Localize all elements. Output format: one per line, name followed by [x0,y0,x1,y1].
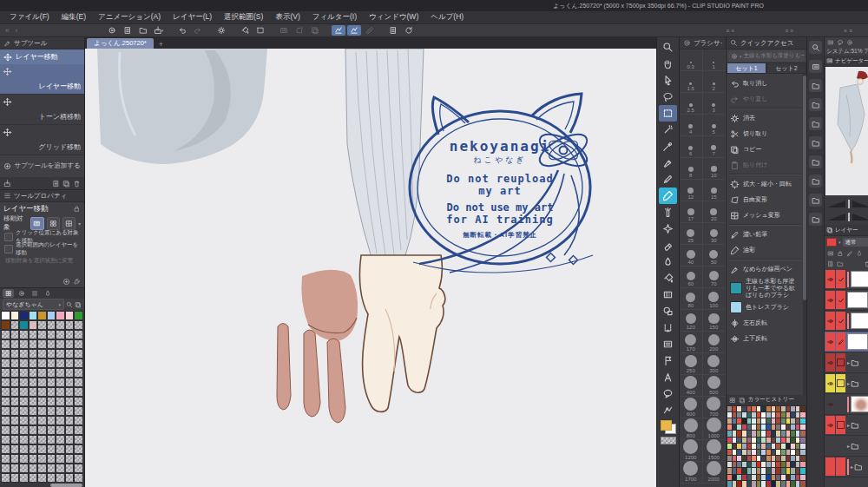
layer-visibility-toggle[interactable] [825,416,835,434]
color-swatch[interactable] [74,359,83,368]
color-swatch[interactable] [19,368,29,378]
new-subtool-icon[interactable] [52,180,60,188]
color-swatch[interactable] [10,339,20,349]
navigator-tab[interactable]: ナビゲーター [825,56,868,67]
quick-access-item[interactable]: コピー [728,141,802,157]
color-swatch[interactable] [47,359,56,368]
navigator-preview[interactable] [825,67,868,195]
color-swatch[interactable] [19,444,29,454]
color-swatch[interactable] [1,387,10,397]
quick-access-item[interactable]: 取り消し [728,76,802,91]
selection-area-tool[interactable] [659,105,677,122]
color-swatch[interactable] [1,339,10,349]
color-swatch[interactable] [10,320,20,330]
clip-layer-icon[interactable] [827,250,834,257]
color-swatch[interactable] [65,330,75,339]
history-color-swatch[interactable] [800,431,806,437]
tool-property-header[interactable]: ツールプロパティ [0,190,84,202]
pen-tool[interactable] [659,155,677,171]
add-setting-icon[interactable] [62,278,70,286]
layer-visibility-toggle[interactable] [825,332,835,351]
color-swatch[interactable] [29,320,38,330]
color-swatch[interactable] [19,416,29,425]
brush-size-option[interactable]: 70 [703,267,727,288]
layer-check-cell[interactable] [836,291,845,309]
color-swatch[interactable] [10,406,20,416]
lasso-selection-tool[interactable] [659,89,677,105]
color-swatch[interactable] [19,473,29,483]
color-swatch[interactable] [1,368,10,378]
tool-property-checkbox[interactable]: 選択範囲内のレイヤーを移動 [0,243,84,255]
color-swatch[interactable] [37,425,47,435]
search-icon[interactable] [66,301,73,308]
new-layer-icon[interactable] [827,260,834,267]
layer-row[interactable] [825,290,868,311]
dock-collapse-1[interactable]: ≡ » [726,28,734,34]
brush-size-option[interactable]: 10 [703,158,727,180]
color-swatch[interactable] [19,387,29,397]
color-swatch[interactable] [37,330,47,339]
history-color-swatch[interactable] [800,412,806,418]
color-swatch[interactable] [47,368,56,378]
color-swatch[interactable] [56,311,65,320]
subtool-item[interactable]: グリッド移動 [0,125,84,155]
color-swatch[interactable] [29,397,38,406]
layer-check-cell[interactable] [836,353,845,372]
color-swatch[interactable] [1,435,10,444]
history-tab-icon[interactable] [739,397,746,404]
expand-arrow-icon[interactable]: ▸ [847,443,850,449]
color-swatch[interactable] [74,416,83,425]
color-swatch[interactable] [37,464,47,473]
snap-to-special-ruler-button[interactable] [347,25,361,36]
open-file-button[interactable] [136,25,150,36]
brush-size-option[interactable]: 600 [680,397,703,418]
color-swatch[interactable] [74,406,83,416]
layer-row[interactable]: ▸ [825,436,868,457]
color-swatch[interactable] [47,330,56,339]
color-swatch[interactable] [65,473,75,483]
brush-size-option[interactable]: 1500 [703,440,727,462]
main-color-swatches[interactable] [661,420,676,434]
redo-button[interactable] [191,25,205,36]
color-swatch[interactable] [37,406,47,416]
dock-tab-material-3[interactable] [809,117,822,130]
brush-size-option[interactable]: 250 [680,353,703,375]
layer-visibility-toggle[interactable] [825,353,835,372]
dock-tab-material-4[interactable] [809,136,822,149]
color-swatch[interactable] [65,406,75,416]
color-swatch[interactable] [56,320,65,330]
color-swatch[interactable] [10,311,20,320]
color-swatch[interactable] [19,311,29,320]
color-swatch[interactable] [65,339,75,349]
color-swatch[interactable] [47,454,56,464]
color-swatch[interactable] [74,368,83,378]
document-tab[interactable]: よっくん.250720* [87,38,154,49]
quick-access-item[interactable]: 左右反転 [728,315,802,331]
color-swatch[interactable] [29,435,38,444]
quick-access-item[interactable]: 色トレスブラシ [728,299,802,315]
line-correction-tool[interactable] [659,402,677,418]
layer-row[interactable] [825,269,868,290]
quick-access-set-tab[interactable]: セット2 [766,63,806,74]
color-swatch[interactable] [65,464,75,473]
color-swatch[interactable] [74,435,83,444]
add-subtool-button[interactable]: サブツールを追加する [3,159,82,173]
move-target-layer-button[interactable] [30,217,43,230]
color-swatch[interactable] [37,416,47,425]
brush-size-option[interactable]: 1.5 [680,71,703,93]
main-color-swatch[interactable] [661,420,672,431]
color-swatch[interactable] [56,339,65,349]
layer-check-cell[interactable] [836,395,845,413]
scrollbar-thumb[interactable] [803,76,806,300]
color-swatch[interactable] [1,425,10,435]
brush-size-option[interactable]: 700 [703,397,727,418]
color-swatch[interactable] [29,464,38,473]
color-swatch[interactable] [29,368,38,378]
text-frame-tool[interactable] [659,336,677,352]
color-swatch[interactable] [37,454,47,464]
color-set-tab[interactable] [3,289,14,298]
color-swatch[interactable] [10,368,20,378]
color-swatch[interactable] [29,349,38,359]
layer-row[interactable] [825,394,868,415]
color-swatch[interactable] [29,416,38,425]
